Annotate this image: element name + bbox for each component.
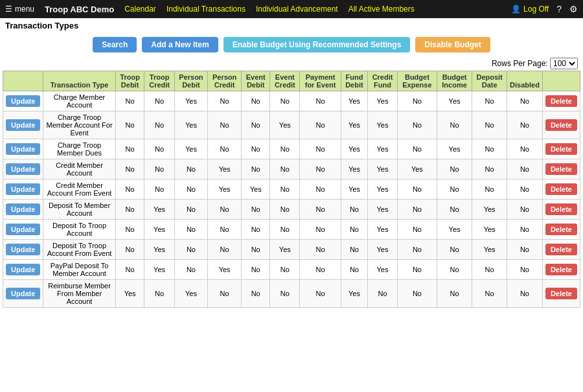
cell-budget-expense: No: [397, 260, 437, 280]
add-item-button[interactable]: Add a New Item: [142, 37, 218, 52]
cell-troop-credit: No: [144, 139, 174, 159]
cell-deposit-date: No: [472, 91, 507, 111]
update-button[interactable]: Update: [6, 244, 40, 255]
table-row: UpdateDeposit To Troop AccountNoYesNoNoN…: [3, 220, 580, 240]
rows-per-page-select[interactable]: 10 25 50 100: [550, 58, 578, 69]
table-row: UpdateDeposit To Troop Account From Even…: [3, 240, 580, 260]
cell-deposit-date: No: [472, 280, 507, 308]
update-button[interactable]: Update: [6, 95, 40, 107]
cell-budget-income: Yes: [437, 139, 472, 159]
delete-cell: Delete: [542, 111, 580, 139]
cell-fund-debit: No: [341, 260, 367, 280]
cell-event-credit: No: [270, 179, 300, 200]
update-button[interactable]: Update: [6, 143, 40, 155]
cell-event-credit: Yes: [270, 111, 300, 139]
cell-deposit-date: Yes: [472, 220, 507, 240]
cell-person-debit: No: [174, 200, 207, 220]
delete-button[interactable]: Delete: [545, 203, 577, 215]
transaction-type-name: Credit Member Account From Event: [43, 179, 116, 200]
delete-button[interactable]: Delete: [545, 288, 577, 299]
cell-credit-fund: Yes: [368, 240, 398, 260]
enable-budget-button[interactable]: Enable Budget Using Recommended Settings: [223, 37, 411, 52]
update-button[interactable]: Update: [6, 163, 40, 175]
cell-person-credit: No: [208, 91, 242, 111]
nav-individual-transactions[interactable]: Individual Transactions: [166, 5, 246, 14]
delete-button[interactable]: Delete: [545, 183, 577, 195]
cell-fund-debit: Yes: [341, 139, 367, 159]
update-cell: Update: [3, 159, 43, 179]
nav-calendar[interactable]: Calendar: [124, 5, 156, 14]
cell-fund-debit: No: [341, 220, 367, 240]
cell-troop-credit: No: [144, 159, 174, 179]
cell-disabled: No: [507, 200, 543, 220]
cell-credit-fund: Yes: [368, 200, 398, 220]
cell-disabled: No: [507, 220, 543, 240]
cell-disabled: No: [507, 139, 543, 159]
delete-button[interactable]: Delete: [545, 264, 577, 275]
transaction-type-name: Charge Troop Member Dues: [43, 139, 116, 159]
delete-button[interactable]: Delete: [545, 119, 577, 131]
nav-all-active-members[interactable]: All Active Members: [349, 5, 415, 14]
cell-disabled: No: [507, 111, 543, 139]
cell-troop-credit: No: [144, 280, 174, 308]
update-button[interactable]: Update: [6, 203, 40, 215]
cell-person-debit: No: [174, 240, 207, 260]
cell-credit-fund: Yes: [368, 260, 398, 280]
menu-button[interactable]: ☰ menu: [5, 5, 34, 14]
update-cell: Update: [3, 220, 43, 240]
delete-button[interactable]: Delete: [545, 163, 577, 175]
update-button[interactable]: Update: [6, 224, 40, 235]
cell-event-credit: No: [270, 200, 300, 220]
cell-event-credit: No: [270, 159, 300, 179]
update-button[interactable]: Update: [6, 288, 40, 299]
col-payment-for-event: Payment for Event: [300, 71, 341, 91]
cell-troop-debit: No: [115, 200, 144, 220]
cell-event-debit: No: [242, 280, 270, 308]
delete-button[interactable]: Delete: [545, 95, 577, 107]
cell-credit-fund: Yes: [368, 220, 398, 240]
cell-person-debit: No: [174, 179, 207, 200]
delete-cell: Delete: [542, 139, 580, 159]
cell-budget-expense: No: [397, 179, 437, 200]
update-cell: Update: [3, 179, 43, 200]
delete-button[interactable]: Delete: [545, 224, 577, 235]
disable-budget-button[interactable]: Disable Budget: [415, 37, 490, 52]
delete-button[interactable]: Delete: [545, 143, 577, 155]
update-button[interactable]: Update: [6, 264, 40, 275]
cell-budget-income: No: [437, 111, 472, 139]
cell-person-debit: No: [174, 159, 207, 179]
logoff-button[interactable]: 👤 Log Off: [511, 5, 549, 14]
settings-icon[interactable]: ⚙: [569, 4, 578, 14]
update-button[interactable]: Update: [6, 119, 40, 131]
update-cell: Update: [3, 91, 43, 111]
cell-budget-income: No: [437, 260, 472, 280]
cell-payment-for-event: No: [300, 200, 341, 220]
cell-person-debit: Yes: [174, 91, 207, 111]
table-row: UpdateCharge Troop Member DuesNoNoYesNoN…: [3, 139, 580, 159]
transaction-type-name: PayPal Deposit To Member Account: [43, 260, 116, 280]
search-button[interactable]: Search: [93, 37, 137, 52]
cell-deposit-date: No: [472, 179, 507, 200]
help-icon[interactable]: ?: [556, 4, 562, 14]
cell-person-credit: No: [208, 111, 242, 139]
delete-button[interactable]: Delete: [545, 244, 577, 255]
col-event-credit: Event Credit: [270, 71, 300, 91]
table-row: UpdateDeposit To Member AccountNoYesNoNo…: [3, 200, 580, 220]
cell-event-debit: No: [242, 220, 270, 240]
nav-individual-advancement[interactable]: Individual Advancement: [256, 5, 338, 14]
update-cell: Update: [3, 139, 43, 159]
update-button[interactable]: Update: [6, 183, 40, 195]
col-troop-debit: Troop Debit: [115, 71, 144, 91]
transaction-type-name: Charge Member Account: [43, 91, 116, 111]
cell-person-credit: No: [208, 200, 242, 220]
cell-payment-for-event: No: [300, 111, 341, 139]
cell-event-credit: No: [270, 139, 300, 159]
delete-cell: Delete: [542, 179, 580, 200]
col-event-debit: Event Debit: [242, 71, 270, 91]
cell-troop-credit: No: [144, 91, 174, 111]
table-row: UpdateReimburse Member From Member Accou…: [3, 280, 580, 308]
delete-cell: Delete: [542, 159, 580, 179]
cell-credit-fund: Yes: [368, 139, 398, 159]
cell-person-credit: No: [208, 220, 242, 240]
cell-payment-for-event: No: [300, 91, 341, 111]
